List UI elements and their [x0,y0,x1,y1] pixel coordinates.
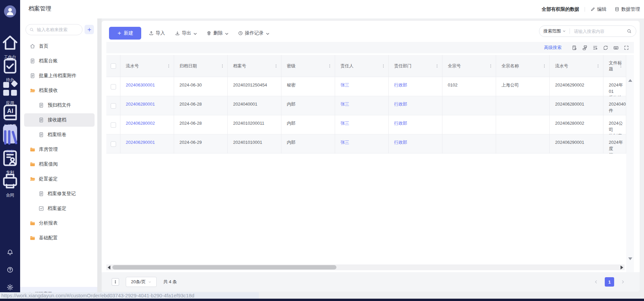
keyboard-icon[interactable] [613,45,619,51]
cell-owner[interactable]: 张三 [335,96,389,115]
table-horizontal-scrollbar[interactable] [106,264,625,270]
cell-dept[interactable]: 行政部 [389,115,442,134]
cell-dept[interactable]: 行政部 [389,96,442,115]
column-menu-icon[interactable] [488,64,493,68]
sidebar-search-input[interactable] [36,27,76,33]
scrollbar-thumb[interactable] [112,265,336,269]
column-menu-icon[interactable] [166,64,171,68]
sidebar-item-6[interactable]: 档案组卷 [24,128,95,141]
column-layout-icon[interactable] [582,45,588,51]
page-scrollbar[interactable] [97,18,102,298]
column-menu-icon[interactable] [619,64,623,68]
row-checkbox[interactable] [111,103,116,109]
table-row[interactable]: 2024062900012024-06-29202401010001内部张三行政… [106,134,626,154]
column-header[interactable]: 全宗名称 [496,55,550,77]
column-menu-icon[interactable] [220,64,225,68]
column-menu-icon[interactable] [274,64,278,68]
sidebar-item-12[interactable]: 分析报表 [24,217,95,230]
cell-owner[interactable]: 张三 [335,134,389,154]
delete-button[interactable]: 删除 [206,29,228,37]
help-icon[interactable] [6,266,14,274]
column-header[interactable]: 归档日期 [174,55,228,77]
sidebar-item-1[interactable]: 档案台账 [24,54,95,68]
cell-dept[interactable]: 行政部 [389,77,442,96]
column-header[interactable]: 责任部门 [389,55,442,77]
sidebar-item-11[interactable]: 档案鉴定 [24,202,95,215]
sidebar-item-8[interactable]: 档案借阅 [24,158,95,171]
column-header[interactable]: 流水号 [550,55,603,77]
bell-icon[interactable] [6,249,14,256]
page-size-select[interactable]: 20条/页 [126,277,157,287]
column-header[interactable]: 流水号 [120,55,174,77]
cell-serial[interactable]: 202406280002 [120,115,174,134]
column-header[interactable]: 档案号 [228,55,281,77]
column-header[interactable]: 全宗号 [442,55,496,77]
prev-page-button[interactable] [591,277,601,287]
column-header[interactable]: 责任人 [335,55,389,77]
add-button[interactable] [85,25,94,34]
cell-owner[interactable]: 张三 [335,77,389,96]
fullscreen-icon[interactable] [624,45,629,51]
column-header[interactable]: 文件标题 [603,55,626,77]
row-checkbox[interactable] [111,84,116,89]
cell-archive_no: 202401010001 [228,134,281,154]
data-manage-button[interactable]: 数据管理 [614,6,640,12]
operation-log-button[interactable]: 操作记录 [238,29,269,37]
row-select-cell [106,134,120,154]
advanced-search-link[interactable]: 高级搜索 [544,45,561,51]
search-icon[interactable] [627,28,632,34]
data-scope-label[interactable]: 全部有权限的数据 [542,6,579,12]
sidebar-item-7[interactable]: 库房管理 [24,143,95,156]
column-header[interactable]: 密级 [281,55,335,77]
row-checkbox[interactable] [111,122,116,128]
column-menu-icon[interactable] [596,64,600,68]
cell-dept[interactable]: 行政部 [389,134,442,154]
search-icon [29,27,34,32]
sidebar-item-2[interactable]: 批量上传档案附件 [24,69,95,82]
refresh-icon[interactable] [603,45,608,51]
row-collapse-icon[interactable] [592,45,598,51]
sidebar-item-10[interactable]: 档案修复登记 [24,187,95,200]
create-button[interactable]: 新建 [109,27,141,40]
export-preview-icon[interactable] [572,45,577,51]
table-row[interactable]: 2024063000012024-06-3020240201250454秘密张三… [106,77,626,96]
gear-icon[interactable] [6,284,14,291]
scroll-down-arrow[interactable] [628,257,632,260]
import-button[interactable]: 导入 [149,29,165,37]
search-scope-dropdown[interactable]: 搜索范围 [543,28,566,34]
sidebar-item-0[interactable]: 首页 [24,40,95,53]
sidebar-search[interactable] [25,24,83,35]
cell-serial[interactable]: 202406280001 [120,96,174,115]
column-menu-icon[interactable] [435,64,439,68]
column-menu-icon[interactable] [542,64,547,68]
table-row[interactable]: 2024062800022024-06-282024010200011内部张三行… [106,115,626,134]
sidebar-item-3[interactable]: 档案接收 [24,84,95,97]
table-search-input[interactable] [573,28,627,34]
cell-fonds_no [442,134,496,154]
scroll-up-arrow[interactable] [628,79,632,82]
next-page-button[interactable] [618,277,628,287]
export-button[interactable]: 导出 [175,29,197,37]
column-menu-icon[interactable] [381,64,386,68]
rail-item-printer[interactable]: 合同 [0,171,20,198]
table-vertical-scrollbar[interactable] [626,55,634,284]
cell-serial[interactable]: 202406300001 [120,77,174,96]
sidebar-item-13[interactable]: 基础配置 [24,231,95,245]
row-height-button[interactable] [112,278,119,286]
cell-serial[interactable]: 202406290001 [120,134,174,154]
home-icon [30,43,36,49]
row-checkbox[interactable] [111,141,116,147]
scroll-right-arrow[interactable] [621,265,623,269]
page-number-button[interactable]: 1 [605,277,614,287]
scroll-left-arrow[interactable] [108,265,110,269]
avatar[interactable] [4,5,16,17]
sidebar-item-4[interactable]: 预归档文件 [24,99,95,112]
doc-icon [38,102,44,108]
sidebar-item-5[interactable]: 接收建档 [24,113,95,127]
table-row[interactable]: 2024062800012024-06-282024040001内部张三行政部2… [106,96,626,115]
column-menu-icon[interactable] [327,64,332,68]
edit-button[interactable]: 编辑 [590,6,606,12]
sidebar-item-9[interactable]: 处置鉴定 [24,172,95,186]
cell-owner[interactable]: 张三 [335,115,389,134]
select-all-checkbox[interactable] [111,63,116,69]
